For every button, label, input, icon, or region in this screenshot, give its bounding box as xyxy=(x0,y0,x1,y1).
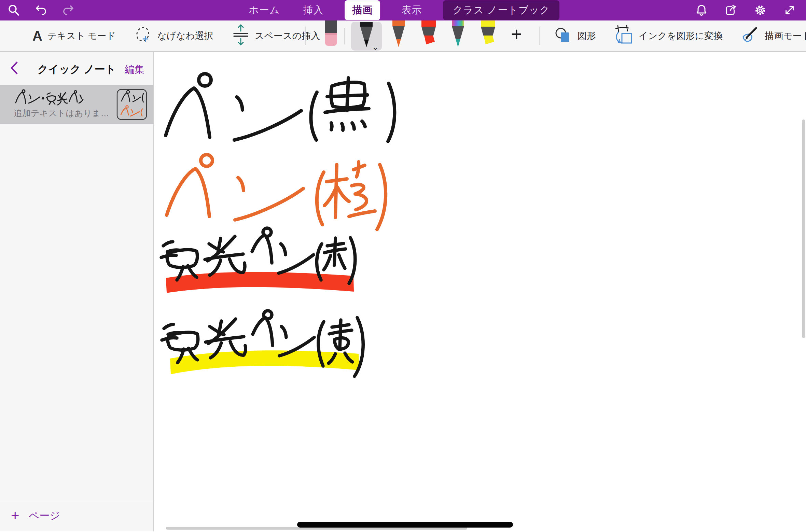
vertical-scrollbar[interactable] xyxy=(802,120,805,338)
top-app-bar: ホーム 挿入 描画 表示 クラス ノートブック xyxy=(0,0,806,20)
sidebar-footer: + ページ xyxy=(0,500,153,531)
note-ink-title xyxy=(13,89,86,106)
shapes-icon xyxy=(554,26,572,46)
undo-icon[interactable] xyxy=(35,4,47,16)
insert-space-label: スペースの挿入 xyxy=(255,30,320,42)
expand-icon[interactable] xyxy=(783,4,796,16)
shape-tools-group: 図形 インクを図形に変換 描画モード xyxy=(554,20,806,51)
topbar-left-icons xyxy=(8,0,74,20)
toolbar-divider xyxy=(305,27,306,45)
text-mode-button[interactable]: A テキスト モード xyxy=(32,28,116,44)
page-list-sidebar: クイック ノート 編集 ペン・蛍光ペン xyxy=(0,52,154,531)
ink-strokes xyxy=(154,52,806,532)
note-canvas[interactable]: ペン(黒) ペン(橙) 蛍光ペン(赤) 蛍光ペン(黄) xyxy=(154,52,806,531)
highlighter-yellow[interactable] xyxy=(478,20,498,48)
note-title-text: ペン・蛍光ペン xyxy=(0,85,0,85)
redo-icon[interactable] xyxy=(62,4,74,16)
onenote-app: ホーム 挿入 描画 表示 クラス ノートブック A テキス xyxy=(0,0,806,532)
tab-view[interactable]: 表示 xyxy=(399,0,424,20)
text-mode-icon: A xyxy=(32,28,42,44)
add-pen-button[interactable]: + xyxy=(511,25,522,44)
galaxy-pen-teal[interactable] xyxy=(449,20,467,49)
settings-icon[interactable] xyxy=(754,4,766,16)
eraser-tool[interactable] xyxy=(323,20,339,49)
tab-draw[interactable]: 描画 xyxy=(345,0,380,20)
toolbar-divider xyxy=(539,27,540,45)
shapes-label: 図形 xyxy=(578,30,596,42)
insert-space-icon xyxy=(232,24,250,48)
lasso-label: なげなわ選択 xyxy=(157,30,213,42)
ink-to-shape-icon xyxy=(614,25,634,47)
note-thumbnail xyxy=(116,89,147,120)
add-page-button[interactable]: + ページ xyxy=(11,508,60,523)
draw-toolbar: A テキスト モード なげなわ選択 スペースの挿入 xyxy=(0,20,806,52)
note-snippet: 追加テキストはありま… xyxy=(14,108,109,119)
shapes-button[interactable]: 図形 xyxy=(554,26,596,46)
search-icon[interactable] xyxy=(8,4,20,16)
draw-mode-icon xyxy=(740,25,760,47)
sidebar-header: クイック ノート 編集 xyxy=(0,52,153,85)
ink-line-pen-black xyxy=(166,74,394,141)
ink-to-shape-button[interactable]: インクを図形に変換 xyxy=(614,25,723,47)
draw-mode-label: 描画モード xyxy=(765,30,806,42)
highlighter-red[interactable] xyxy=(419,20,439,48)
share-icon[interactable] xyxy=(725,4,737,16)
home-indicator[interactable] xyxy=(297,522,513,528)
chevron-down-icon: ⌄ xyxy=(372,42,379,51)
ballpoint-pen-orange[interactable] xyxy=(389,20,408,49)
page-list-item[interactable]: ペン・蛍光ペン 追 xyxy=(0,85,153,124)
selected-pen-tile[interactable]: ⌄ xyxy=(351,22,382,51)
insert-space-button[interactable]: スペースの挿入 xyxy=(232,24,320,48)
text-mode-label: テキスト モード xyxy=(47,30,116,42)
ink-to-shape-label: インクを図形に変換 xyxy=(639,30,723,42)
edit-button[interactable]: 編集 xyxy=(125,63,144,76)
plus-icon: + xyxy=(11,508,19,523)
mode-tools-group: A テキスト モード なげなわ選択 スペースの挿入 xyxy=(32,20,320,51)
topbar-right-icons xyxy=(695,0,796,20)
toolbar-divider xyxy=(344,28,345,44)
ink-line-pen-orange xyxy=(167,155,386,229)
draw-mode-button[interactable]: 描画モード xyxy=(740,25,806,47)
lasso-select-button[interactable]: なげなわ選択 xyxy=(134,25,213,47)
notifications-icon[interactable] xyxy=(695,4,708,16)
tab-class-notebook[interactable]: クラス ノートブック xyxy=(443,0,559,20)
add-page-label: ページ xyxy=(29,509,60,523)
tab-home[interactable]: ホーム xyxy=(247,0,282,20)
tab-insert[interactable]: 挿入 xyxy=(301,0,325,20)
main-area: クイック ノート 編集 ペン・蛍光ペン xyxy=(0,52,806,531)
ribbon-tabs: ホーム 挿入 描画 表示 クラス ノートブック xyxy=(247,0,559,20)
lasso-icon xyxy=(134,25,152,47)
